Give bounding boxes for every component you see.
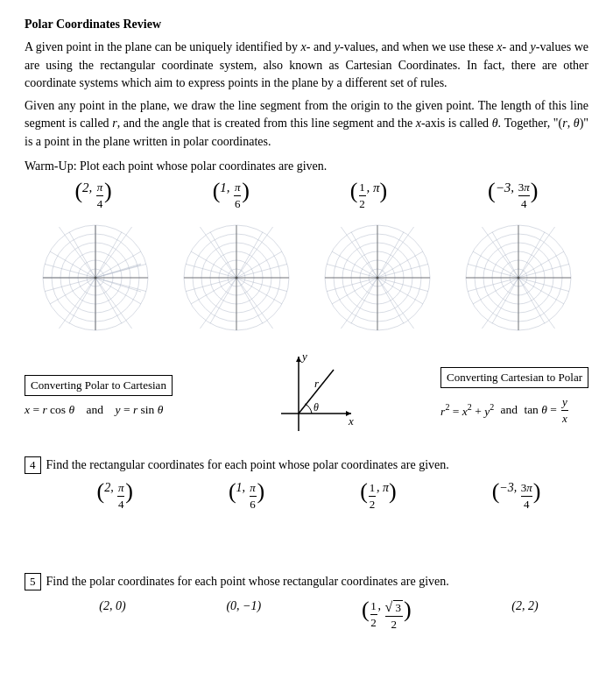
svg-line-80 [377, 278, 423, 304]
formula-polar-to-cart: x = r cos θ and y = r sin θ [25, 403, 163, 417]
svg-line-20 [69, 278, 95, 323]
converting-section: Converting Polar to Cartesian x = r cos … [25, 348, 588, 444]
p4-point-1: ( 2, π4 ) [97, 481, 133, 512]
svg-line-113 [518, 227, 555, 278]
polar-graph-3 [316, 216, 439, 339]
svg-marker-125 [296, 357, 301, 362]
and-label-right: and [497, 403, 520, 417]
svg-line-42 [236, 232, 263, 278]
problem5-number: 5 [25, 573, 41, 590]
open-paren: ( [74, 180, 82, 201]
r-value: −3, [496, 180, 518, 195]
svg-line-70 [377, 251, 423, 278]
close-paren: ) [104, 180, 112, 201]
r2-formula: r2 = x2 + y2 [440, 402, 494, 419]
cart-to-polar-box: Converting Cartesian to Polar [440, 367, 588, 388]
theta-frac: π 4 [96, 180, 103, 211]
problem4-number: 4 [25, 456, 41, 474]
theta-value: , π [367, 180, 380, 195]
tan-formula: tan θ = [524, 403, 557, 417]
warmup-point-2: ( 1, π 6 ) [213, 180, 250, 211]
svg-line-50 [236, 278, 263, 323]
svg-point-63 [235, 277, 237, 279]
warmup-points-row: ( 2, π 4 ) ( 1, π 6 ) ( 1 2 , π ) ( −3, … [25, 180, 588, 211]
p5-point-1: (2, 0) [99, 599, 125, 632]
problem4-points: ( 2, π4 ) ( 1, π6 ) ( 12 , π ) ( −3, 3π4… [49, 481, 588, 512]
svg-line-108 [518, 278, 545, 323]
r-value: 2, [82, 180, 95, 195]
svg-line-86 [341, 227, 377, 278]
svg-line-55 [236, 227, 273, 278]
svg-line-13 [95, 251, 141, 278]
theta-frac: 3π 4 [518, 180, 530, 211]
theta-frac: π 6 [234, 180, 241, 211]
and-label-left: and [87, 403, 104, 416]
p5-point-2: (0, −1) [226, 599, 261, 632]
p5-point-4: (2, 2) [511, 599, 538, 632]
svg-line-87 [341, 278, 377, 329]
svg-line-71 [377, 232, 404, 278]
page-title: Polar Coordinates Review [25, 18, 161, 31]
polar-graph-2 [175, 216, 298, 339]
svg-line-74 [332, 251, 377, 278]
svg-text:θ: θ [314, 401, 319, 414]
svg-line-76 [332, 278, 377, 304]
svg-line-99 [518, 251, 564, 278]
svg-line-109 [518, 278, 564, 304]
svg-line-100 [518, 232, 545, 278]
svg-line-26 [95, 227, 132, 278]
problem5-text: Find the polar coordinates for each poin… [46, 575, 449, 589]
svg-line-77 [351, 278, 377, 323]
polar-graphs-row [25, 216, 588, 339]
svg-line-48 [210, 278, 236, 323]
cart-to-polar-col: Converting Cartesian to Polar r2 = x2 + … [440, 367, 588, 426]
svg-line-102 [492, 232, 518, 278]
svg-line-79 [377, 278, 404, 323]
svg-line-44 [210, 232, 236, 278]
svg-line-84 [377, 227, 414, 278]
svg-line-27 [95, 278, 132, 329]
polar-graph-1 [34, 216, 157, 339]
p4-point-2: ( 1, π6 ) [229, 481, 264, 512]
warmup-point-1: ( 2, π 4 ) [74, 180, 111, 211]
svg-line-47 [191, 278, 236, 304]
p4-point-4: ( −3, 3π4 ) [492, 481, 541, 512]
polar-to-cart-box: Converting Polar to Cartesian [25, 375, 173, 396]
svg-line-23 [95, 278, 141, 304]
polar-graph-4 [457, 216, 580, 339]
svg-line-56 [236, 278, 273, 329]
svg-line-28 [59, 227, 95, 278]
problem4-line: 4 Find the rectangular coordinates for e… [25, 456, 588, 474]
intro-para1: A given point in the plane can be unique… [25, 39, 588, 92]
problem5-section: 5 Find the polar coordinates for each po… [25, 573, 588, 632]
r-value: 1, [220, 180, 233, 195]
r-frac: 1 2 [359, 180, 366, 211]
svg-line-115 [482, 227, 518, 278]
svg-line-114 [518, 278, 555, 329]
svg-line-105 [473, 278, 518, 304]
svg-point-92 [376, 277, 378, 279]
svg-point-121 [517, 277, 519, 279]
svg-line-116 [482, 278, 518, 329]
problem5-line: 5 Find the polar coordinates for each po… [25, 573, 588, 590]
problem5-points: (2, 0) (0, −1) ( 12 , √3 2 ) (2, 2) [49, 599, 588, 632]
coordinate-diagram: r θ x y [191, 348, 440, 444]
warmup-label: Warm-Up: Plot each point whose polar coo… [25, 158, 588, 175]
problem4-section: 4 Find the rectangular coordinates for e… [25, 456, 588, 512]
svg-line-41 [236, 251, 282, 278]
formula-cart-to-polar: r2 = x2 + y2 and tan θ = y x [440, 395, 569, 426]
svg-line-73 [351, 232, 377, 278]
svg-point-34 [94, 277, 96, 279]
svg-line-85 [377, 278, 414, 329]
svg-line-103 [473, 251, 518, 278]
svg-text:x: x [348, 414, 354, 428]
svg-line-17 [50, 251, 95, 278]
svg-line-29 [59, 278, 95, 329]
intro-para2: Given any point in the plane, we draw th… [25, 97, 588, 151]
svg-line-51 [236, 278, 282, 304]
diagram-svg: r θ x y [264, 348, 369, 444]
warmup-point-3: ( 1 2 , π ) [350, 180, 387, 211]
p4-point-3: ( 12 , π ) [360, 481, 396, 512]
svg-line-16 [69, 232, 95, 278]
svg-line-58 [200, 278, 236, 329]
